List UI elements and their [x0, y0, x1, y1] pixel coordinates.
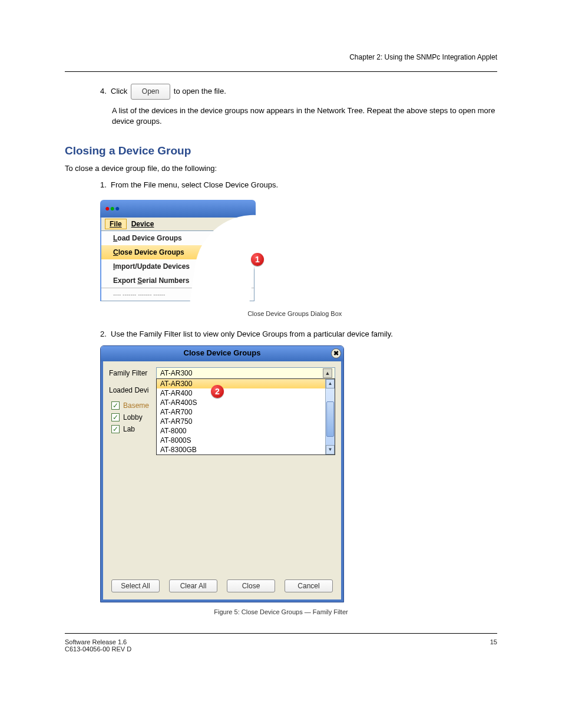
- combo-value: AT-AR300: [160, 369, 192, 377]
- step4-b: to open the file.: [174, 87, 226, 95]
- family-filter-label: Family Filter: [109, 369, 156, 377]
- dialog-title-text: Close Device Groups: [184, 348, 261, 357]
- chevron-up-icon[interactable]: ▲: [323, 368, 332, 378]
- combo-option[interactable]: AT-AR300: [157, 379, 325, 388]
- menu-titlebar: ●●●: [100, 200, 256, 218]
- step1-inner: From the File menu, select Close Device …: [111, 180, 278, 189]
- combo-dropdown-list: AT-AR300 AT-AR400 AT-AR400S AT-AR700 AT-…: [156, 378, 335, 455]
- intro-text: To close a device group file, do the fol…: [65, 163, 497, 174]
- list-item-label: Lobby: [123, 413, 143, 421]
- menu-item-truncated: ---- ------- ------- ------: [101, 288, 254, 301]
- menu-bar: File Device: [100, 218, 256, 230]
- checkbox-icon[interactable]: ✓: [111, 401, 120, 410]
- family-filter-combo[interactable]: AT-AR300 ▲ AT-AR300 AT-AR400 AT-AR400S A…: [156, 367, 335, 379]
- combo-display[interactable]: AT-AR300 ▲: [156, 367, 335, 379]
- footer-page-number: 15: [490, 638, 497, 653]
- checkbox-icon[interactable]: ✓: [111, 425, 120, 433]
- menu-item-load[interactable]: Load Device Groups: [101, 231, 254, 245]
- menu-file-label: File: [110, 220, 122, 228]
- step2-text: 2. Use the Family Filter list to view on…: [100, 329, 497, 340]
- list-item[interactable]: ✓ Lobby: [111, 413, 149, 421]
- list-item-label: Baseme: [123, 401, 149, 410]
- cancel-button[interactable]: Cancel: [285, 579, 333, 592]
- open-button[interactable]: Open: [131, 84, 170, 100]
- scroll-down-icon[interactable]: ▼: [326, 445, 335, 454]
- figure4-caption: Figure 4: Close Device Groups Dialog Box: [65, 310, 497, 317]
- close-button[interactable]: Close: [227, 579, 275, 592]
- step2-inner: Use the Family Filter list to view only …: [111, 330, 393, 338]
- file-menu-screenshot: ●●● File Device Load Device Groups Close…: [100, 200, 256, 301]
- scroll-thumb[interactable]: [326, 401, 334, 437]
- app-logo-icon: ●●●: [105, 203, 120, 213]
- menu-device-label: Device: [131, 220, 154, 228]
- menu-device[interactable]: Device: [127, 219, 159, 229]
- combo-option[interactable]: AT-AR750: [157, 417, 325, 426]
- list-item[interactable]: ✓ Baseme: [111, 401, 149, 410]
- dialog-button-bar: Select All Clear All Close Cancel: [103, 579, 341, 592]
- header-chapter: Chapter 2: Using the SNMPc Integration A…: [65, 0, 497, 61]
- clear-all-button[interactable]: Clear All: [169, 579, 217, 592]
- loaded-device-groups-list: ✓ Baseme ✓ Lobby ✓ Lab: [111, 398, 149, 437]
- callout-step2-marker: 2: [211, 385, 224, 398]
- footer-mid: C613-04056-00 REV D: [65, 645, 131, 653]
- combo-option[interactable]: AT-AR400: [157, 388, 325, 398]
- close-dialog-screenshot: Close Device Groups ✖ Family Filter AT-A…: [100, 345, 344, 602]
- dialog-body: Family Filter AT-AR300 ▲ AT-AR300 AT-AR4…: [101, 361, 343, 602]
- step4-a: Click: [111, 87, 130, 95]
- combo-option[interactable]: AT-8300GB: [157, 445, 325, 454]
- menu-file[interactable]: File: [105, 219, 127, 229]
- combo-option[interactable]: AT-8000: [157, 426, 325, 436]
- callout-step1-marker: 1: [251, 253, 264, 266]
- scroll-up-icon[interactable]: ▲: [326, 379, 335, 388]
- file-dropdown: Load Device Groups Close Device Groups I…: [100, 230, 254, 301]
- scrollbar[interactable]: ▲ ▼: [325, 379, 335, 454]
- dialog-titlebar: Close Device Groups ✖: [101, 346, 343, 361]
- select-all-button[interactable]: Select All: [111, 579, 160, 592]
- list-item-label: Lab: [123, 425, 135, 433]
- list-item[interactable]: ✓ Lab: [111, 425, 149, 433]
- combo-option[interactable]: AT-AR700: [157, 407, 325, 417]
- page-footer: Software Release 1.6 C613-04056-00 REV D…: [65, 633, 497, 653]
- step4-c: A list of the devices in the device grou…: [112, 106, 497, 127]
- loaded-devices-label: Loaded Devi: [109, 386, 148, 394]
- menu-item-close[interactable]: Close Device Groups: [101, 245, 254, 259]
- footer-left: Software Release 1.6: [65, 638, 131, 645]
- combo-option[interactable]: AT-AR400S: [157, 398, 325, 407]
- menu-item-export[interactable]: Export Serial Numbers: [101, 274, 254, 288]
- menu-item-import[interactable]: Import/Update Devices: [101, 259, 254, 274]
- family-filter-row: Family Filter AT-AR300 ▲ AT-AR300 AT-AR4…: [109, 367, 335, 379]
- step1-text: 1. From the File menu, select Close Devi…: [100, 180, 497, 190]
- combo-option[interactable]: AT-8000S: [157, 436, 325, 445]
- figure5-caption: Figure 5: Close Device Groups — Family F…: [65, 608, 497, 615]
- close-icon[interactable]: ✖: [331, 348, 341, 358]
- step4-line: 4. Click Open to open the file.: [100, 84, 497, 100]
- section-title: Closing a Device Group: [65, 144, 497, 157]
- checkbox-icon[interactable]: ✓: [111, 413, 120, 421]
